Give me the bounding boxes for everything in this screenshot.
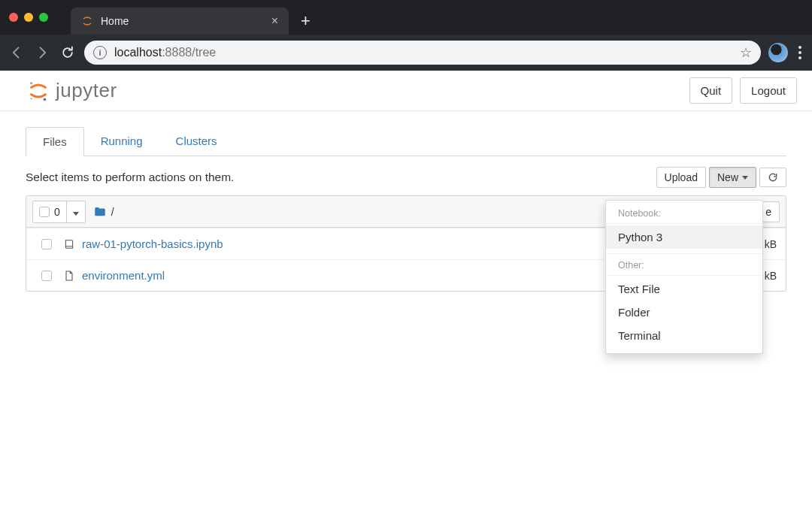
book-icon [62,238,76,250]
new-dropdown-menu: Notebook: Python 3 Other: Text File Fold… [605,200,763,354]
jupyter-wordmark: jupyter [56,79,117,102]
new-tab-button[interactable]: + [289,8,323,35]
quit-button[interactable]: Quit [689,77,733,104]
jupyter-header: jupyter Quit Logout [0,71,812,111]
browser-tabstrip: Home × + [0,0,812,35]
row-checkbox[interactable] [41,271,52,281]
jupyter-logo[interactable]: jupyter [27,79,117,102]
window-controls [0,0,57,35]
action-hint: Select items to perform actions on them. [26,171,234,184]
selected-count: 0 [54,206,66,218]
file-icon [62,270,76,282]
window-minimize-button[interactable] [24,13,33,22]
svg-point-1 [44,98,47,101]
bookmark-star-icon[interactable]: ☆ [740,44,752,61]
forward-button[interactable] [33,44,51,62]
tab-clusters[interactable]: Clusters [159,127,234,156]
new-button-label: New [717,171,738,183]
select-dropdown[interactable] [66,201,85,222]
url-text: localhost:8888/tree [114,46,740,59]
url-path: /tree [192,46,216,59]
select-all-checkbox[interactable] [39,207,50,217]
menu-item-textfile[interactable]: Text File [606,277,762,301]
menu-item-terminal[interactable]: Terminal [606,324,762,347]
tab-running[interactable]: Running [84,127,159,156]
caret-down-icon [73,212,79,216]
jupyter-logo-icon [27,80,50,102]
logout-button[interactable]: Logout [740,77,797,104]
file-size: kB [765,270,777,282]
menu-item-python3[interactable]: Python 3 [606,225,762,249]
dropdown-section-notebook: Notebook: [606,205,762,224]
tab-files[interactable]: Files [26,127,84,156]
url-port: :8888 [162,46,192,59]
profile-avatar[interactable] [768,43,788,62]
svg-point-2 [30,98,32,99]
jupyter-favicon-icon [81,15,93,27]
caret-down-icon [742,176,748,180]
dropdown-section-other: Other: [606,253,762,276]
address-bar[interactable]: i localhost:8888/tree ☆ [84,41,761,65]
menu-item-folder[interactable]: Folder [606,301,762,324]
folder-icon[interactable] [93,205,107,219]
url-host: localhost [114,46,162,59]
browser-tab-title: Home [101,15,271,27]
breadcrumb-root[interactable]: / [111,206,114,218]
refresh-button[interactable] [759,168,786,187]
upload-button[interactable]: Upload [656,167,706,188]
refresh-icon [768,172,778,183]
file-link[interactable]: raw-01-pytorch-basics.ipynb [82,237,223,250]
sort-size-label-fragment: e [765,206,771,218]
row-checkbox[interactable] [41,239,52,249]
back-button[interactable] [8,44,26,62]
browser-menu-icon[interactable] [795,43,804,62]
svg-point-0 [30,82,32,84]
breadcrumb: / [93,205,114,219]
reload-button[interactable] [59,44,77,62]
window-close-button[interactable] [9,13,18,22]
browser-tab[interactable]: Home × [71,8,289,35]
action-bar: Select items to perform actions on them.… [26,167,786,188]
file-size: kB [765,238,777,250]
file-link[interactable]: environment.yml [82,269,165,282]
select-all-group: 0 [32,201,86,223]
window-zoom-button[interactable] [39,13,48,22]
dashboard-tabs: Files Running Clusters [26,126,786,156]
site-info-icon[interactable]: i [93,46,107,59]
close-tab-icon[interactable]: × [271,14,278,28]
new-button[interactable]: New [709,167,756,188]
browser-toolbar: i localhost:8888/tree ☆ [0,35,812,71]
